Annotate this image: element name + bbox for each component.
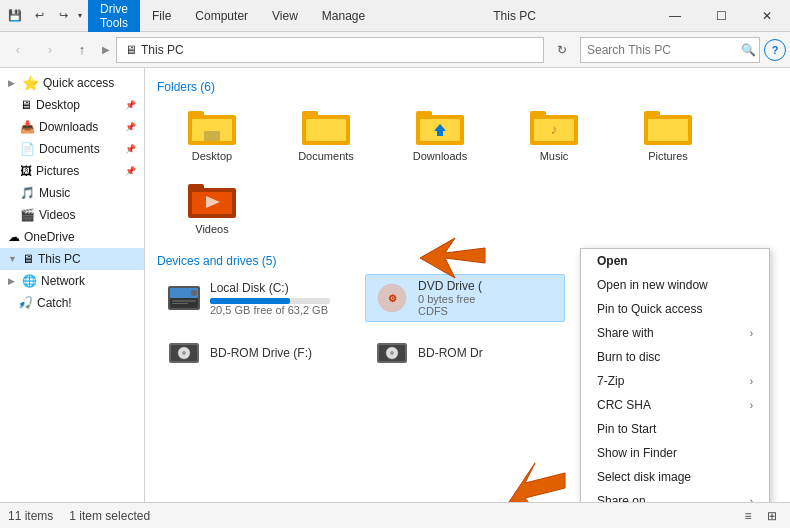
pictures-icon: 🖼	[20, 164, 32, 178]
sidebar-item-onedrive[interactable]: ☁ OneDrive	[0, 226, 144, 248]
refresh-button[interactable]: ↻	[548, 36, 576, 64]
quick-access-toolbar: 💾 ↩ ↪ ▾	[0, 0, 88, 31]
tab-file[interactable]: File	[140, 0, 183, 32]
path-text: This PC	[141, 43, 184, 57]
help-button[interactable]: ?	[764, 39, 786, 61]
folder-documents-label: Documents	[298, 150, 354, 162]
up-button[interactable]: ↑	[68, 36, 96, 64]
title-bar: 💾 ↩ ↪ ▾ Drive Tools File Computer View M…	[0, 0, 790, 32]
cm-select-disk[interactable]: Select disk image	[581, 465, 769, 489]
svg-rect-16	[644, 111, 660, 119]
svg-rect-26	[172, 300, 196, 302]
content-area: Folders (6) Desktop	[145, 68, 790, 502]
search-box[interactable]: 🔍	[580, 37, 760, 63]
downloads-icon: 📥	[20, 120, 35, 134]
cm-burn[interactable]: Burn to disc	[581, 345, 769, 369]
sidebar-item-pictures[interactable]: 🖼 Pictures 📌	[0, 160, 144, 182]
expand-icon: ▶	[8, 78, 18, 88]
device-bdrom-f[interactable]: BD-ROM Drive (F:)	[157, 330, 357, 376]
view-controls: ≡ ⊞	[738, 506, 782, 526]
device-dvd-d[interactable]: ⚙ DVD Drive ( 0 bytes free CDFS	[365, 274, 565, 322]
selected-count: 1 item selected	[69, 509, 150, 523]
share-with-arrow: ›	[750, 328, 753, 339]
qat-dropdown[interactable]: ▾	[76, 11, 84, 20]
cm-crc[interactable]: CRC SHA ›	[581, 393, 769, 417]
cm-7zip[interactable]: 7-Zip ›	[581, 369, 769, 393]
catch-icon: 🎣	[18, 296, 33, 310]
svg-marker-47	[495, 463, 565, 502]
device-bdrom-partial[interactable]: BD-ROM Dr	[365, 330, 565, 376]
tab-manage[interactable]: Manage	[310, 0, 377, 32]
svg-point-44	[390, 351, 394, 355]
maximize-button[interactable]: ☐	[698, 0, 744, 32]
cm-open-new[interactable]: Open in new window	[581, 273, 769, 297]
undo-button[interactable]: ↩	[28, 5, 50, 27]
folder-desktop[interactable]: Desktop	[157, 100, 267, 169]
tab-computer[interactable]: Computer	[183, 0, 260, 32]
cm-show-finder[interactable]: Show in Finder	[581, 441, 769, 465]
expand-icon2: ▼	[8, 254, 18, 264]
folder-pictures[interactable]: Pictures	[613, 100, 723, 169]
sidebar-item-catch[interactable]: 🎣 Catch!	[0, 292, 144, 314]
forward-button[interactable]: ›	[36, 36, 64, 64]
address-path[interactable]: 🖥 This PC	[116, 37, 544, 63]
device-d-size: 0 bytes free	[418, 293, 556, 305]
breadcrumb-separator: ▶	[102, 44, 110, 55]
device-partial-info: BD-ROM Dr	[418, 346, 556, 360]
folder-downloads[interactable]: Downloads	[385, 100, 495, 169]
sidebar-item-desktop[interactable]: 🖥 Desktop 📌	[0, 94, 144, 116]
save-button[interactable]: 💾	[4, 5, 26, 27]
svg-rect-17	[648, 119, 688, 141]
folder-videos[interactable]: Videos	[157, 173, 267, 242]
svg-rect-5	[302, 111, 318, 119]
minimize-button[interactable]: —	[652, 0, 698, 32]
cm-share-with[interactable]: Share with ›	[581, 321, 769, 345]
tab-view[interactable]: View	[260, 0, 310, 32]
sidebar-item-network[interactable]: ▶ 🌐 Network	[0, 270, 144, 292]
folder-documents[interactable]: Documents	[271, 100, 381, 169]
context-menu: Open Open in new window Pin to Quick acc…	[580, 248, 770, 502]
back-button[interactable]: ‹	[4, 36, 32, 64]
pin-icon3: 📌	[125, 144, 136, 154]
ribbon-tabs: Drive Tools File Computer View Manage	[88, 0, 377, 31]
folder-music[interactable]: ♪ Music	[499, 100, 609, 169]
pin-icon4: 📌	[125, 166, 136, 176]
device-c-name: Local Disk (C:)	[210, 281, 348, 295]
sidebar-item-videos[interactable]: 🎬 Videos	[0, 204, 144, 226]
status-bar: 11 items 1 item selected ≡ ⊞	[0, 502, 790, 528]
folder-documents-icon	[302, 107, 350, 147]
sidebar-item-quick-access[interactable]: ▶ ⭐ Quick access	[0, 72, 144, 94]
search-input[interactable]	[587, 43, 737, 57]
share-on-arrow: ›	[750, 496, 753, 503]
sidebar-item-this-pc[interactable]: ▼ 🖥 This PC	[0, 248, 144, 270]
items-count: 11 items	[8, 509, 53, 523]
svg-text:♪: ♪	[551, 121, 558, 137]
svg-point-25	[191, 290, 197, 296]
cm-pin-start[interactable]: Pin to Start	[581, 417, 769, 441]
svg-rect-3	[204, 131, 220, 141]
tab-drive-tools[interactable]: Drive Tools	[88, 0, 140, 32]
close-button[interactable]: ✕	[744, 0, 790, 32]
folder-music-label: Music	[540, 150, 569, 162]
svg-rect-27	[172, 303, 188, 304]
tiles-view-button[interactable]: ⊞	[762, 506, 782, 526]
sidebar-item-documents[interactable]: 📄 Documents 📌	[0, 138, 144, 160]
svg-rect-19	[188, 184, 204, 192]
device-local-c[interactable]: Local Disk (C:) 20,5 GB free of 63,2 GB	[157, 274, 357, 322]
address-bar: ‹ › ↑ ▶ 🖥 This PC ↻ 🔍 ?	[0, 32, 790, 68]
details-view-button[interactable]: ≡	[738, 506, 758, 526]
sidebar-item-downloads[interactable]: 📥 Downloads 📌	[0, 116, 144, 138]
this-pc-icon: 🖥	[22, 252, 34, 266]
sidebar: ▶ ⭐ Quick access 🖥 Desktop 📌 📥 Downloads…	[0, 68, 145, 502]
cm-pin-quick[interactable]: Pin to Quick access	[581, 297, 769, 321]
videos-icon: 🎬	[20, 208, 35, 222]
sidebar-item-music[interactable]: 🎵 Music	[0, 182, 144, 204]
svg-rect-12	[530, 111, 546, 119]
cm-share-on[interactable]: Share on ›	[581, 489, 769, 502]
onedrive-icon: ☁	[8, 230, 20, 244]
device-f-info: BD-ROM Drive (F:)	[210, 346, 348, 360]
svg-rect-6	[306, 119, 346, 141]
redo-button[interactable]: ↪	[52, 5, 74, 27]
folder-downloads-label: Downloads	[413, 150, 467, 162]
cm-open[interactable]: Open	[581, 249, 769, 273]
